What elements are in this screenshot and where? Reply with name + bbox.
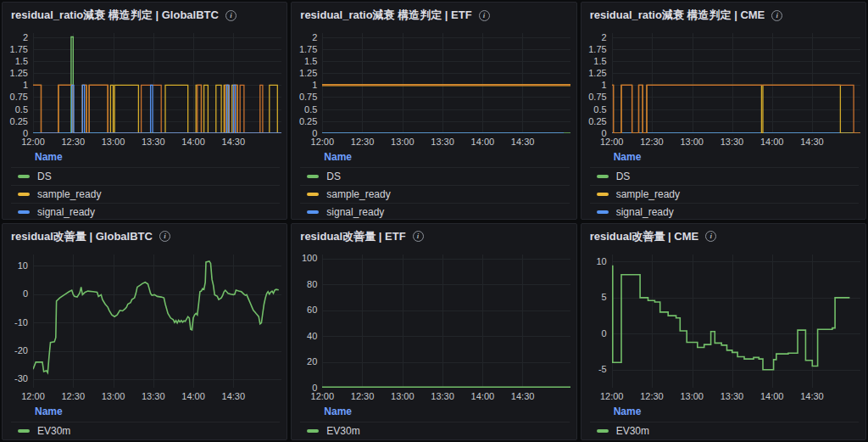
legend-series-label[interactable]: DS — [326, 171, 341, 182]
info-icon[interactable]: i — [225, 10, 236, 21]
y-tick-label: 1 — [312, 80, 317, 91]
legend: Name EV30m — [581, 403, 865, 440]
y-tick-label: 2 — [23, 32, 28, 43]
y-tick-label: 5 — [602, 292, 607, 303]
y-axis-labels: 00.250.50.7511.251.51.752 — [3, 33, 30, 133]
x-tick-label: 14:30 — [222, 391, 246, 401]
legend-series-label[interactable]: signal_ready — [37, 206, 95, 218]
time-series-plot[interactable] — [322, 255, 570, 388]
legend-divider — [11, 439, 280, 440]
x-axis-labels: 12:0012:3013:0013:3014:0014:30 — [612, 389, 860, 403]
x-axis-labels: 12:0012:3013:0013:3014:0014:30 — [612, 135, 860, 148]
x-tick-label: 14:00 — [471, 391, 495, 401]
panel-header[interactable]: residual_ratio減衰 構造判定 | GlobalBTC i — [3, 3, 287, 28]
legend-series-label[interactable]: EV30m — [326, 425, 359, 437]
series-EV30m — [33, 261, 279, 372]
legend-item-sample_ready[interactable]: sample_ready — [300, 185, 569, 203]
legend-series-label[interactable]: EV30m — [616, 425, 649, 437]
legend-series-label[interactable]: DS — [37, 171, 52, 182]
x-tick-label: 12:00 — [21, 391, 45, 401]
legend-series-swatch[interactable] — [18, 175, 30, 178]
time-series-plot[interactable] — [33, 255, 281, 388]
info-icon[interactable]: i — [159, 231, 170, 242]
y-tick-label: -30 — [14, 373, 28, 384]
y-tick-label: 1.5 — [593, 56, 606, 67]
legend-name-header[interactable]: Name — [300, 148, 569, 167]
legend-item-signal_ready[interactable]: signal_ready — [590, 203, 859, 219]
legend-item-EV30m[interactable]: EV30m — [300, 422, 569, 439]
info-icon[interactable]: i — [479, 10, 490, 21]
legend-series-label[interactable]: sample_ready — [616, 188, 680, 200]
legend: Name EV30m — [292, 403, 576, 440]
legend-name-header[interactable]: Name — [590, 148, 859, 167]
panel-header[interactable]: residual改善量 | ETF i — [292, 224, 576, 249]
legend-series-swatch[interactable] — [18, 193, 30, 196]
x-axis-labels: 12:0012:3013:0013:3014:0014:30 — [33, 135, 281, 148]
time-series-plot[interactable] — [33, 33, 281, 133]
legend-series-swatch[interactable] — [307, 429, 319, 433]
panel-header[interactable]: residual改善量 | GlobalBTC i — [3, 224, 287, 249]
y-axis-labels: 00.250.50.7511.251.51.752 — [581, 33, 609, 133]
time-series-plot[interactable] — [322, 33, 570, 133]
legend-series-swatch[interactable] — [597, 429, 609, 433]
legend-series-label[interactable]: sample_ready — [37, 188, 101, 200]
legend-item-DS[interactable]: DS — [11, 167, 280, 185]
info-icon[interactable]: i — [413, 231, 424, 242]
panel-residual-improve-globalbtc: residual改善量 | GlobalBTC i -30-20-10010 1… — [2, 223, 287, 441]
time-series-plot[interactable] — [612, 33, 860, 133]
legend-series-label[interactable]: signal_ready — [616, 206, 674, 218]
legend: Name DSsample_readysignal_ready — [3, 148, 287, 219]
legend-series-swatch[interactable] — [597, 175, 609, 178]
legend-series-swatch[interactable] — [18, 429, 30, 433]
panel-header[interactable]: residual_ratio減衰 構造判定 | ETF i — [292, 3, 576, 28]
legend-series-swatch[interactable] — [307, 193, 319, 196]
panel-title[interactable]: residual_ratio減衰 構造判定 | CME — [590, 8, 765, 23]
legend-item-signal_ready[interactable]: signal_ready — [300, 203, 569, 219]
info-icon[interactable]: i — [705, 231, 716, 242]
legend-item-DS[interactable]: DS — [590, 167, 859, 185]
legend-series-label[interactable]: DS — [616, 171, 631, 182]
panel-title[interactable]: residual改善量 | GlobalBTC — [11, 229, 153, 244]
legend-item-sample_ready[interactable]: sample_ready — [11, 185, 280, 203]
legend-series-label[interactable]: sample_ready — [326, 188, 390, 200]
y-axis-labels: -30-20-10010 — [3, 255, 30, 388]
legend-series-label[interactable]: EV30m — [37, 425, 70, 437]
legend-series-swatch[interactable] — [597, 210, 609, 214]
y-tick-label: 1.5 — [15, 56, 28, 67]
legend-series-swatch[interactable] — [307, 175, 319, 178]
x-tick-label: 13:30 — [142, 137, 165, 147]
y-tick-label: 0.75 — [10, 92, 28, 103]
legend-series-label[interactable]: signal_ready — [326, 206, 384, 218]
panel-title[interactable]: residual改善量 | ETF — [300, 229, 405, 244]
legend-item-sample_ready[interactable]: sample_ready — [590, 185, 859, 203]
legend-series-swatch[interactable] — [307, 210, 319, 214]
panel-title[interactable]: residual_ratio減衰 構造判定 | GlobalBTC — [11, 8, 219, 23]
panel-title[interactable]: residual改善量 | CME — [590, 229, 699, 244]
x-tick-label: 14:00 — [181, 391, 205, 401]
y-tick-label: 2 — [602, 32, 607, 43]
x-tick-label: 14:30 — [222, 137, 246, 147]
panel-title[interactable]: residual_ratio減衰 構造判定 | ETF — [300, 8, 471, 23]
y-tick-label: 0 — [23, 288, 28, 299]
legend-item-signal_ready[interactable]: signal_ready — [11, 203, 280, 219]
legend-item-EV30m[interactable]: EV30m — [11, 422, 280, 439]
x-tick-label: 13:30 — [431, 137, 454, 147]
legend-item-DS[interactable]: DS — [300, 167, 569, 185]
legend-name-header[interactable]: Name — [590, 403, 859, 422]
legend-item-EV30m[interactable]: EV30m — [590, 422, 859, 439]
info-icon[interactable]: i — [771, 10, 782, 21]
y-tick-label: 1.25 — [299, 68, 317, 79]
legend-series-swatch[interactable] — [597, 193, 609, 196]
y-tick-label: 20 — [307, 356, 317, 367]
legend-name-header[interactable]: Name — [11, 148, 280, 167]
legend-name-header[interactable]: Name — [300, 403, 569, 422]
legend-series-swatch[interactable] — [18, 210, 30, 214]
time-series-plot[interactable] — [612, 255, 860, 388]
y-tick-label: 2 — [312, 32, 317, 43]
legend-name-header[interactable]: Name — [11, 403, 280, 422]
panel-header[interactable]: residual改善量 | CME i — [581, 224, 865, 249]
x-tick-label: 14:30 — [511, 391, 535, 401]
panel-header[interactable]: residual_ratio減衰 構造判定 | CME i — [581, 3, 865, 28]
series-EV30m — [612, 266, 849, 369]
legend-rows: EV30m — [11, 422, 280, 440]
